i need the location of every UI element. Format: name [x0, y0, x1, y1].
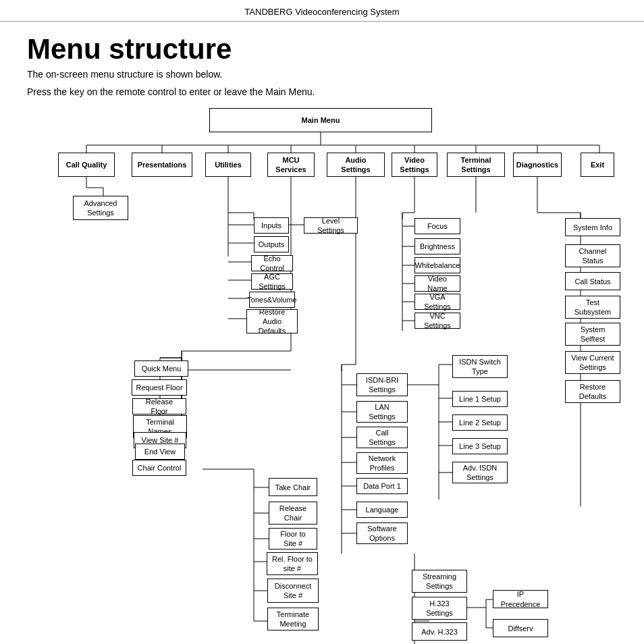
request-floor-box: Request Floor: [132, 379, 187, 396]
take-chair-box: Take Chair: [269, 478, 317, 496]
restore-defaults-box: Restore Defaults: [565, 380, 620, 403]
inputs-box: Inputs: [254, 217, 289, 234]
subtitle: The on-screen menu structure is shown be…: [27, 69, 617, 80]
echo-control-box: Echo Control: [251, 255, 293, 271]
release-chair-box: Release Chair: [269, 502, 317, 525]
restore-audio-box: Restore Audio Defaults: [246, 309, 298, 333]
system-selftest-box: System Selftest: [565, 323, 620, 346]
brightness-box: Brightness: [414, 238, 460, 254]
call-status-box: Call Status: [565, 272, 620, 290]
mcu-services-box: MCU Services: [267, 153, 315, 177]
tones-volume-box: Tones&Volume: [249, 292, 295, 308]
advanced-settings-box: Advanced Settings: [73, 196, 128, 220]
audio-settings-box: Audio Settings: [327, 153, 385, 177]
software-options-box: Software Options: [356, 522, 408, 544]
line2-setup-box: Line 2 Setup: [452, 414, 508, 431]
isdn-switch-type-box: ISDN Switch Type: [452, 355, 508, 378]
terminal-settings-box: Terminal Settings: [447, 153, 505, 177]
quick-menu-box: Quick Menu: [134, 360, 188, 377]
video-settings-box: Video Settings: [392, 153, 437, 177]
agc-settings-box: AGC Settings: [251, 273, 293, 290]
lan-settings-box: LAN Settings: [356, 401, 408, 423]
tree-lines: [27, 108, 614, 644]
instruction: Press the key on the remote control to e…: [27, 86, 617, 97]
release-floor-box: Release Floor: [132, 398, 186, 414]
test-subsystem-box: Test Subsystem: [565, 296, 620, 319]
exit-box: Exit: [581, 153, 614, 177]
utilities-box: Utilities: [205, 153, 251, 177]
call-quality-box: Call Quality: [58, 153, 115, 177]
view-current-box: View Current Settings: [565, 351, 620, 374]
system-info-box: System Info: [565, 218, 620, 236]
vnc-settings-box: VNC Settings: [414, 313, 460, 329]
focus-box: Focus: [414, 218, 460, 234]
terminate-meeting-box: Terminate Meeting: [267, 608, 319, 630]
outputs-box: Outputs: [254, 236, 289, 252]
end-view-box: End View: [135, 444, 185, 460]
adv-h323-box: Adv. H.323: [412, 622, 467, 641]
video-name-box: Video Name: [414, 275, 460, 292]
diffserv-box: Diffserv: [493, 619, 548, 637]
level-settings-box: Level Settings: [304, 217, 358, 234]
line3-setup-box: Line 3 Setup: [452, 438, 508, 454]
streaming-settings-box: Streaming Settings: [412, 570, 467, 593]
main-menu-box: Main Menu: [209, 108, 432, 132]
call-settings-box: Call Settings: [356, 427, 408, 448]
disconnect-site-box: Disconnect Site #: [267, 579, 319, 603]
h323-settings-box: H.323 Settings: [412, 597, 467, 620]
page-title: Menu structure: [27, 34, 617, 65]
channel-status-box: Channel Status: [565, 244, 620, 267]
network-profiles-box: Network Profiles: [356, 452, 408, 474]
rel-floor-box: Rel. Floor to site #: [267, 552, 318, 575]
language-box: Language: [356, 502, 408, 518]
line1-setup-box: Line 1 Setup: [452, 391, 508, 407]
chair-control-box: Chair Control: [132, 460, 186, 476]
data-port1-box: Data Port 1: [356, 478, 408, 494]
isdn-bri-box: ISDN-BRI Settings: [356, 373, 408, 396]
vga-settings-box: VGA Settings: [414, 294, 460, 310]
floor-to-site-box: Floor to Site #: [269, 528, 317, 549]
diagnostics-box: Diagnostics: [513, 153, 562, 177]
adv-isdn-box: Adv. ISDN Settings: [452, 462, 508, 483]
presentations-box: Presentations: [132, 153, 192, 177]
ip-precedence-box: IP Precedence: [493, 590, 548, 608]
page-header: TANDBERG Videoconferencing System: [0, 0, 644, 22]
whitebalance-box: Whitebalance: [414, 257, 460, 273]
